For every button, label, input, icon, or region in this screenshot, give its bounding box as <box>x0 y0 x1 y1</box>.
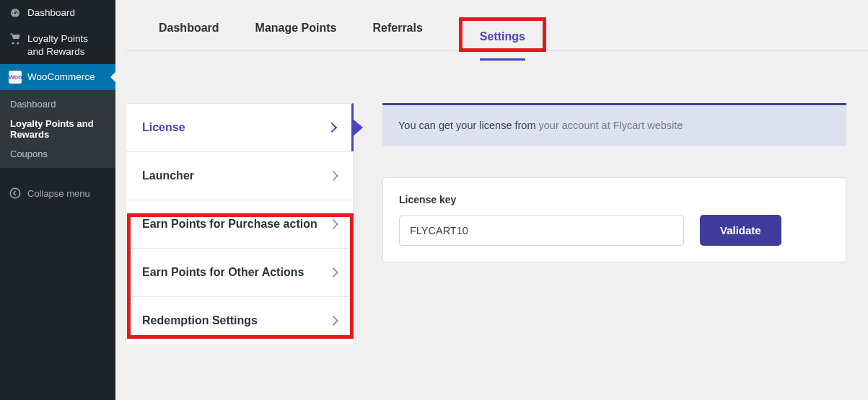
settings-menu-label: License <box>142 121 193 134</box>
banner-text: You can get your license from <box>398 120 539 131</box>
submenu-item-loyalty[interactable]: Loyalty Points and Rewards <box>0 114 115 144</box>
sidebar-item-woocommerce[interactable]: Woo WooCommerce <box>0 64 115 90</box>
sidebar-submenu: Dashboard Loyalty Points and Rewards Cou… <box>0 90 115 168</box>
chevron-right-icon <box>327 123 337 133</box>
tab-referrals[interactable]: Referrals <box>372 22 422 50</box>
submenu-item-dashboard[interactable]: Dashboard <box>0 94 115 114</box>
collapse-icon <box>9 187 22 200</box>
settings-menu-label: Redemption Settings <box>142 314 265 327</box>
collapse-menu-button[interactable]: Collapse menu <box>0 178 115 208</box>
settings-panel: You can get your license from your accou… <box>382 103 846 262</box>
settings-menu-label: Launcher <box>142 169 201 182</box>
sidebar-item-dashboard[interactable]: Dashboard <box>0 0 115 26</box>
chevron-right-icon <box>328 267 338 277</box>
tab-settings[interactable]: Settings <box>480 30 525 61</box>
banner-link[interactable]: your account at Flycart website <box>539 120 683 131</box>
woocommerce-icon: Woo <box>9 71 22 84</box>
chevron-right-icon <box>328 219 338 229</box>
collapse-label: Collapse menu <box>27 188 90 199</box>
annotation-highlight: Settings <box>459 17 546 52</box>
license-card: License key Validate <box>382 177 846 262</box>
tab-manage-points[interactable]: Manage Points <box>255 22 337 50</box>
chevron-right-icon <box>328 171 338 181</box>
gauge-icon <box>9 6 22 19</box>
submenu-item-coupons[interactable]: Coupons <box>0 144 115 164</box>
settings-menu-launcher[interactable]: Launcher <box>126 151 354 200</box>
chevron-right-icon <box>328 316 338 326</box>
sidebar-item-loyalty[interactable]: Loyalty Points and Rewards <box>0 26 115 64</box>
license-info-banner: You can get your license from your accou… <box>382 103 846 146</box>
sidebar-item-label: WooCommerce <box>27 71 95 84</box>
settings-menu-earn-purchase[interactable]: Earn Points for Purchase action <box>126 200 354 249</box>
cart-icon <box>9 32 22 45</box>
top-tabs: Dashboard Manage Points Referrals Settin… <box>126 0 868 51</box>
settings-menu-label: Earn Points for Purchase action <box>142 218 325 231</box>
wp-admin-sidebar: Dashboard Loyalty Points and Rewards Woo… <box>0 0 115 400</box>
license-key-input[interactable] <box>399 215 684 246</box>
sidebar-item-label: Loyalty Points and Rewards <box>27 32 107 58</box>
main-content: Dashboard Manage Points Referrals Settin… <box>115 0 868 400</box>
settings-side-menu: License Launcher Earn Points for Purchas… <box>126 103 354 345</box>
settings-content-row: License Launcher Earn Points for Purchas… <box>126 51 868 345</box>
settings-menu-label: Earn Points for Other Actions <box>142 266 311 279</box>
settings-menu-license[interactable]: License <box>126 103 354 152</box>
svg-point-0 <box>10 188 20 198</box>
license-field: License key <box>399 194 684 246</box>
license-label: License key <box>399 194 684 205</box>
settings-menu-earn-other[interactable]: Earn Points for Other Actions <box>126 248 354 297</box>
sidebar-item-label: Dashboard <box>27 6 75 19</box>
validate-button[interactable]: Validate <box>700 215 781 246</box>
tab-dashboard[interactable]: Dashboard <box>159 22 219 50</box>
settings-menu-redemption[interactable]: Redemption Settings <box>126 296 354 345</box>
